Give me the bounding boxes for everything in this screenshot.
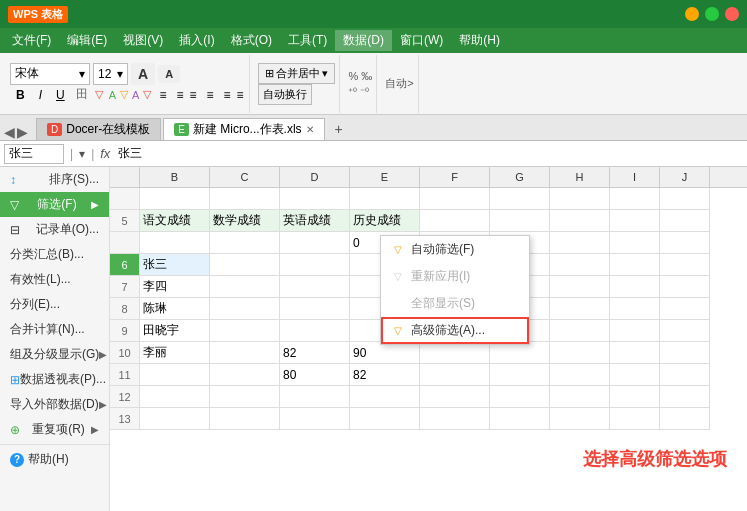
cell-7j[interactable]	[660, 276, 710, 298]
cell-11f[interactable]	[420, 364, 490, 386]
cell-10b[interactable]: 李丽	[140, 342, 210, 364]
cell-11g[interactable]	[490, 364, 550, 386]
menu-window[interactable]: 窗口(W)	[392, 30, 451, 51]
add-tab-button[interactable]: +	[327, 118, 351, 140]
cell-10e[interactable]: 90	[350, 342, 420, 364]
cell-5g[interactable]	[490, 210, 550, 232]
tab-close-button[interactable]: ✕	[306, 124, 314, 135]
auto-row-button[interactable]: 自动换行	[258, 84, 312, 105]
cell-13e[interactable]	[350, 408, 420, 430]
submenu-advanced-filter[interactable]: ▽ 高级筛选(A)...	[381, 317, 529, 344]
tab-spreadsheet[interactable]: E 新建 Micro...作表.xls ✕	[163, 118, 324, 140]
cell-9b[interactable]: 田晓宇	[140, 320, 210, 342]
cell-11d[interactable]: 80	[280, 364, 350, 386]
cell-8i[interactable]	[610, 298, 660, 320]
cell-9h[interactable]	[550, 320, 610, 342]
filter-i[interactable]	[610, 232, 660, 254]
cell-8b[interactable]: 陈琳	[140, 298, 210, 320]
cell-4d[interactable]	[280, 188, 350, 210]
cell-7i[interactable]	[610, 276, 660, 298]
cell-6i[interactable]	[610, 254, 660, 276]
submenu-show-all[interactable]: 全部显示(S)	[381, 290, 529, 317]
cell-7b[interactable]: 李四	[140, 276, 210, 298]
filter-d[interactable]	[280, 232, 350, 254]
cell-4c[interactable]	[210, 188, 280, 210]
cell-12e[interactable]	[350, 386, 420, 408]
cell-10g[interactable]	[490, 342, 550, 364]
cell-10i[interactable]	[610, 342, 660, 364]
filter-j[interactable]	[660, 232, 710, 254]
cell-9j[interactable]	[660, 320, 710, 342]
cell-5e[interactable]: 历史成绩	[350, 210, 420, 232]
cell-4e[interactable]	[350, 188, 420, 210]
menu-item-split[interactable]: 分列(E)...	[0, 292, 109, 317]
cell-11h[interactable]	[550, 364, 610, 386]
menu-item-filter[interactable]: ▽ 筛选(F) ▶	[0, 192, 109, 217]
cell-10j[interactable]	[660, 342, 710, 364]
cell-7d[interactable]	[280, 276, 350, 298]
cell-13d[interactable]	[280, 408, 350, 430]
menu-item-subtotal[interactable]: 分类汇总(B)...	[0, 242, 109, 267]
menu-item-help[interactable]: ? 帮助(H)	[0, 447, 109, 472]
cell-10d[interactable]: 82	[280, 342, 350, 364]
italic-button[interactable]: I	[33, 85, 48, 105]
cell-12j[interactable]	[660, 386, 710, 408]
cell-8c[interactable]	[210, 298, 280, 320]
font-size-decrease-button[interactable]: A	[158, 65, 180, 83]
menu-tools[interactable]: 工具(T)	[280, 30, 335, 51]
cell-9i[interactable]	[610, 320, 660, 342]
cell-13f[interactable]	[420, 408, 490, 430]
cell-11e[interactable]: 82	[350, 364, 420, 386]
cell-9d[interactable]	[280, 320, 350, 342]
menu-edit[interactable]: 编辑(E)	[59, 30, 115, 51]
menu-item-pivot[interactable]: ⊞ 数据透视表(P)...	[0, 367, 109, 392]
cell-12b[interactable]	[140, 386, 210, 408]
cell-10h[interactable]	[550, 342, 610, 364]
cell-4b[interactable]	[140, 188, 210, 210]
expand-arrow[interactable]: ▾	[79, 147, 85, 161]
menu-item-validity[interactable]: 有效性(L)...	[0, 267, 109, 292]
cell-6d[interactable]	[280, 254, 350, 276]
cell-13c[interactable]	[210, 408, 280, 430]
cell-6c[interactable]	[210, 254, 280, 276]
menu-help[interactable]: 帮助(H)	[451, 30, 508, 51]
menu-insert[interactable]: 插入(I)	[171, 30, 222, 51]
cell-13b[interactable]	[140, 408, 210, 430]
cell-12d[interactable]	[280, 386, 350, 408]
cell-12f[interactable]	[420, 386, 490, 408]
tab-docer[interactable]: D Docer-在线模板	[36, 118, 161, 140]
cell-13h[interactable]	[550, 408, 610, 430]
cell-5d[interactable]: 英语成绩	[280, 210, 350, 232]
cell-8h[interactable]	[550, 298, 610, 320]
forward-button[interactable]: ▶	[17, 124, 28, 140]
menu-item-sort[interactable]: ↕ 排序(S)...	[0, 167, 109, 192]
menu-item-merge-calc[interactable]: 合并计算(N)...	[0, 317, 109, 342]
formula-input[interactable]	[114, 144, 743, 164]
cell-4i[interactable]	[610, 188, 660, 210]
filter-c[interactable]	[210, 232, 280, 254]
cell-6h[interactable]	[550, 254, 610, 276]
cell-13j[interactable]	[660, 408, 710, 430]
merge-center-button[interactable]: ⊞ 合并居中 ▾	[258, 63, 335, 84]
cell-11i[interactable]	[610, 364, 660, 386]
cell-10c[interactable]	[210, 342, 280, 364]
cell-12c[interactable]	[210, 386, 280, 408]
cell-8j[interactable]	[660, 298, 710, 320]
submenu-reapply[interactable]: ▽ 重新应用(I)	[381, 263, 529, 290]
cell-8d[interactable]	[280, 298, 350, 320]
cell-5f[interactable]	[420, 210, 490, 232]
cell-6j[interactable]	[660, 254, 710, 276]
cell-12i[interactable]	[610, 386, 660, 408]
cell-5h[interactable]	[550, 210, 610, 232]
bold-button[interactable]: B	[10, 85, 31, 105]
underline-button[interactable]: U	[50, 85, 71, 105]
name-box[interactable]: 张三	[4, 144, 64, 164]
cell-4g[interactable]	[490, 188, 550, 210]
menu-file[interactable]: 文件(F)	[4, 30, 59, 51]
filter-h[interactable]	[550, 232, 610, 254]
font-size-dropdown[interactable]: 12 ▾	[93, 63, 128, 85]
menu-item-group[interactable]: 组及分级显示(G) ▶	[0, 342, 109, 367]
cell-12h[interactable]	[550, 386, 610, 408]
cell-6b[interactable]: 张三	[140, 254, 210, 276]
cell-9c[interactable]	[210, 320, 280, 342]
